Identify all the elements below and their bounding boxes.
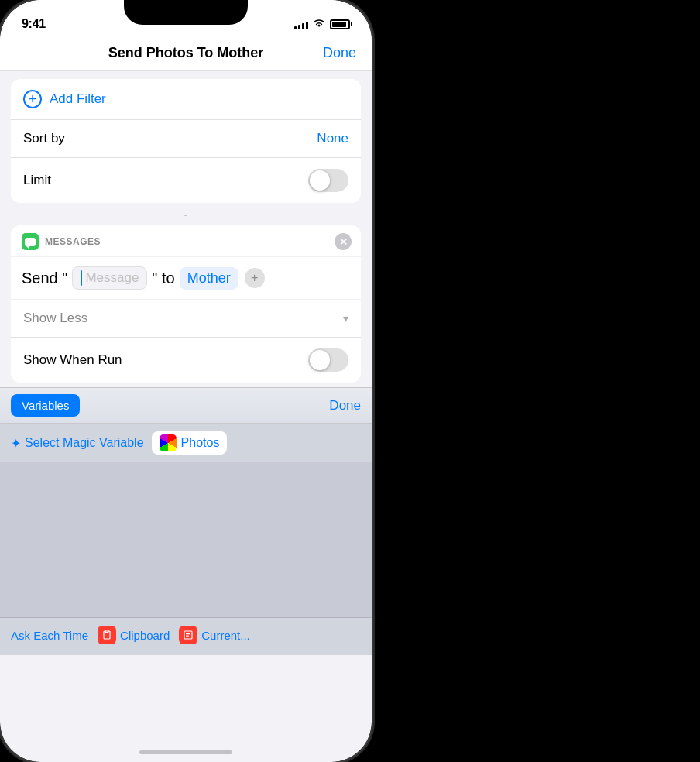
filters-card: + Add Filter Sort by None Limit: [11, 79, 361, 203]
send-prefix: Send ": [22, 269, 67, 287]
svg-rect-2: [184, 631, 192, 639]
photos-app-icon: [160, 434, 177, 451]
sort-by-row[interactable]: Sort by None: [11, 120, 361, 158]
status-icons: [294, 19, 350, 30]
scrollable-content: + Add Filter Sort by None Limit: [0, 71, 372, 655]
photos-label: Photos: [181, 436, 220, 450]
variables-toolbar: Variables Done: [0, 387, 372, 424]
show-less-label: Show Less: [23, 311, 88, 326]
messages-header: MESSAGES ✕: [11, 225, 361, 257]
current-label: Current...: [201, 629, 250, 642]
signal-bar-1: [294, 26, 297, 29]
send-suffix: " to: [152, 269, 174, 287]
messages-card: MESSAGES ✕ Send " Message " to Mother +: [11, 225, 361, 383]
current-item[interactable]: Current...: [179, 626, 250, 644]
empty-area: [0, 462, 372, 617]
battery-icon: [330, 19, 350, 29]
status-time: 9:41: [22, 17, 46, 31]
toolbar-done-button[interactable]: Done: [329, 398, 361, 414]
limit-label: Limit: [23, 173, 51, 188]
svg-rect-4: [186, 636, 189, 637]
sort-by-value: None: [317, 131, 348, 146]
notch: [124, 0, 248, 25]
current-icon: [179, 626, 197, 644]
limit-toggle-knob: [310, 170, 330, 190]
limit-row[interactable]: Limit: [11, 158, 361, 203]
sort-by-label: Sort by: [23, 131, 65, 146]
recipient-pill[interactable]: Mother: [180, 267, 238, 290]
add-filter-icon: +: [23, 90, 42, 108]
recipient-label: Mother: [187, 270, 231, 287]
add-filter-row[interactable]: + Add Filter: [11, 79, 361, 120]
clipboard-item[interactable]: Clipboard: [98, 626, 170, 644]
ask-each-time-label: Ask Each Time: [11, 629, 88, 642]
variables-button[interactable]: Variables: [11, 394, 80, 417]
show-when-run-row[interactable]: Show When Run: [11, 338, 361, 383]
nav-bar: Send Photos To Mother Done: [0, 39, 372, 71]
add-recipient-button[interactable]: +: [245, 268, 265, 288]
screen: 9:41: [0, 0, 372, 762]
signal-bar-3: [302, 23, 304, 29]
svg-rect-3: [186, 633, 190, 634]
show-less-row[interactable]: Show Less ▾: [11, 300, 361, 338]
magic-star-icon: ✦: [11, 436, 21, 451]
messages-label: MESSAGES: [45, 236, 101, 247]
show-when-run-toggle[interactable]: [308, 348, 348, 372]
home-indicator: [139, 750, 232, 754]
signal-bar-4: [306, 22, 308, 29]
send-message-row[interactable]: Send " Message " to Mother +: [11, 257, 361, 300]
magic-variable-label: Select Magic Variable: [25, 436, 144, 450]
magic-variable-item[interactable]: ✦ Select Magic Variable: [11, 436, 144, 451]
message-placeholder: Message: [85, 270, 139, 286]
messages-bubble-icon: [25, 238, 36, 246]
variable-items-bar: ✦ Select Magic Variable Photos: [0, 424, 372, 462]
wifi-icon: [313, 19, 325, 30]
add-filter-label: Add Filter: [50, 91, 106, 107]
show-when-run-toggle-knob: [310, 350, 330, 370]
messages-app-icon: [22, 233, 39, 250]
message-input[interactable]: Message: [72, 266, 147, 290]
ask-each-time-item[interactable]: Ask Each Time: [11, 629, 88, 642]
close-button[interactable]: ✕: [335, 233, 352, 250]
bottom-toolbar: Ask Each Time Clipboard: [0, 617, 372, 655]
chevron-down-icon: ▾: [343, 312, 348, 324]
phone-frame: 9:41: [0, 0, 372, 762]
nav-done-button[interactable]: Done: [323, 45, 356, 61]
nav-title: Send Photos To Mother: [108, 45, 264, 61]
signal-icon: [294, 19, 308, 29]
scroll-indicator: [0, 211, 372, 221]
show-when-run-label: Show When Run: [23, 352, 122, 368]
clipboard-icon: [98, 626, 116, 644]
photos-variable-item[interactable]: Photos: [152, 431, 228, 455]
clipboard-label: Clipboard: [120, 629, 170, 642]
limit-toggle[interactable]: [308, 169, 348, 192]
signal-bar-2: [298, 25, 300, 29]
text-cursor: [81, 270, 82, 286]
